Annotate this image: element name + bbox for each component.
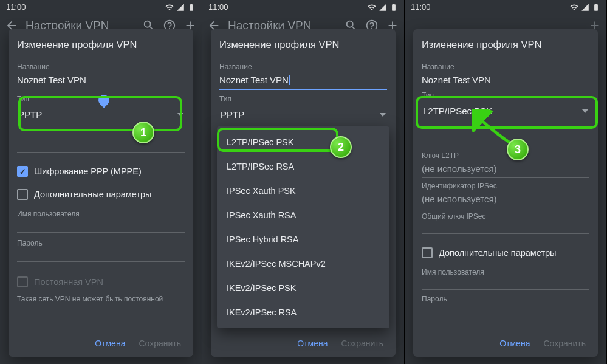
- screen-3: 11:00 Изменение профиля VPN Название Noz…: [405, 0, 607, 364]
- wifi-icon: [165, 3, 174, 12]
- dialog-actions: Отмена Сохранить: [17, 332, 185, 351]
- checkbox-icon: [17, 189, 28, 200]
- ipsec-id-label: Идентификатор IPSec: [422, 182, 589, 190]
- checkbox-checked-icon: [17, 166, 28, 177]
- name-value[interactable]: Noznet Test VPN: [17, 72, 185, 89]
- wifi-icon: [570, 3, 578, 12]
- clock: 11:00: [411, 2, 431, 12]
- status-icons: [368, 3, 398, 12]
- status-icons: [165, 3, 196, 12]
- battery-icon: [592, 3, 600, 12]
- ipsec-shared-label: Общий ключ IPSec: [422, 212, 589, 221]
- chevron-down-icon: [582, 109, 588, 113]
- cancel-button[interactable]: Отмена: [95, 338, 125, 348]
- checkbox-icon: [422, 247, 433, 258]
- cancel-button[interactable]: Отмена: [499, 338, 530, 348]
- chevron-down-icon: [380, 113, 386, 117]
- type-dropdown[interactable]: PPTP: [219, 105, 387, 125]
- screen-2: 11:00 Настройки VPN Изменение профиля VP…: [202, 0, 405, 364]
- vpn-edit-sheet: Изменение профиля VPN Название Noznet Te…: [413, 29, 598, 357]
- battery-icon: [187, 3, 196, 12]
- l2tp-key-label: Ключ L2TP: [422, 151, 589, 160]
- advanced-params-row[interactable]: Дополнительные параметры: [422, 241, 589, 264]
- dropdown-item[interactable]: IPSec Xauth PSK: [217, 179, 389, 203]
- username-label: Имя пользователя: [17, 210, 185, 218]
- status-bar: 11:00: [202, 0, 404, 13]
- name-label: Название: [17, 63, 185, 71]
- persistent-vpn-hint: Такая сеть VPN не может быть постоянной: [17, 295, 185, 303]
- type-label: Тип: [219, 95, 387, 103]
- wifi-icon: [368, 3, 376, 12]
- advanced-params-label: Дополнительные параметры: [439, 248, 557, 258]
- username-input[interactable]: [17, 219, 185, 233]
- ipsec-shared-input[interactable]: [422, 222, 589, 234]
- cancel-button[interactable]: Отмена: [297, 338, 328, 348]
- server-input[interactable]: [422, 136, 589, 146]
- advanced-params-row[interactable]: Дополнительные параметры: [17, 183, 185, 206]
- persistent-vpn-label: Постоянная VPN: [34, 277, 103, 287]
- checkbox-disabled-icon: [17, 276, 28, 287]
- status-bar: 11:00: [0, 0, 202, 13]
- dropdown-item[interactable]: IKEv2/IPSec RSA: [217, 300, 389, 325]
- persistent-vpn-row: Постоянная VPN: [17, 270, 185, 294]
- annotation-badge-2: 2: [330, 136, 352, 158]
- signal-icon: [176, 3, 185, 12]
- signal-icon: [581, 3, 589, 12]
- clock: 11:00: [208, 2, 228, 12]
- dropdown-item[interactable]: L2TP/IPSec PSK: [217, 130, 389, 154]
- status-bar: 11:00: [405, 0, 606, 13]
- chevron-down-icon: [177, 113, 183, 117]
- ppp-encryption-label: Шифрование PPP (MPPE): [34, 167, 142, 176]
- type-dropdown-menu: L2TP/IPSec PSK L2TP/IPSec RSA IPSec Xaut…: [217, 126, 389, 328]
- dialog-actions: Отмена Сохранить: [422, 332, 589, 351]
- sheet-title: Изменение профиля VPN: [219, 39, 387, 50]
- save-button[interactable]: Сохранить: [543, 338, 586, 348]
- type-value: PPTP: [221, 109, 244, 120]
- type-dropdown[interactable]: PPTP: [17, 105, 185, 125]
- dropdown-item[interactable]: L2TP/IPSec RSA: [217, 154, 389, 179]
- server-label: [17, 138, 185, 146]
- dropdown-item[interactable]: IKEv2/IPSec MSCHAPv2: [217, 252, 389, 276]
- save-button[interactable]: Сохранить: [341, 338, 383, 348]
- name-label: Название: [219, 63, 387, 71]
- dropdown-item[interactable]: IPSec Xauth RSA: [217, 203, 389, 227]
- name-value[interactable]: Noznet Test VPN: [422, 72, 589, 89]
- annotation-badge-1: 1: [132, 122, 154, 143]
- ipsec-id-value[interactable]: (не используется): [422, 191, 589, 208]
- dialog-actions: Отмена Сохранить: [219, 332, 387, 351]
- l2tp-key-value[interactable]: (не используется): [422, 161, 589, 178]
- dropdown-item[interactable]: IPSec Hybrid RSA: [217, 227, 389, 252]
- name-label: Название: [422, 63, 589, 71]
- username-input[interactable]: [422, 278, 589, 290]
- clock: 11:00: [6, 2, 26, 12]
- name-input-active[interactable]: Noznet Test VPN: [219, 72, 387, 90]
- password-input[interactable]: [17, 249, 185, 262]
- server-input[interactable]: [17, 148, 185, 153]
- password-label: Пароль: [422, 295, 589, 303]
- status-icons: [570, 3, 600, 12]
- dropdown-item[interactable]: IKEv2/IPSec PSK: [217, 276, 389, 300]
- save-button[interactable]: Сохранить: [139, 338, 181, 348]
- ppp-encryption-row[interactable]: Шифрование PPP (MPPE): [17, 160, 185, 183]
- sheet-title: Изменение профиля VPN: [422, 39, 589, 50]
- signal-icon: [379, 3, 387, 12]
- type-dropdown[interactable]: L2TP/IPSec PSK: [422, 101, 589, 121]
- text-cursor: [289, 75, 290, 85]
- vpn-edit-sheet: Изменение профиля VPN Название Noznet Te…: [9, 29, 193, 357]
- username-label: Имя пользователя: [422, 268, 589, 276]
- type-value: PPTP: [18, 109, 42, 120]
- annotation-badge-3: 3: [507, 139, 529, 160]
- advanced-params-label: Дополнительные параметры: [34, 190, 152, 199]
- type-value: L2TP/IPSec PSK: [423, 106, 492, 116]
- password-label: Пароль: [17, 239, 185, 247]
- screen-1: 11:00 Настройки VPN Изменение профиля VP…: [0, 0, 202, 364]
- type-label: Тип: [422, 91, 589, 100]
- sheet-title: Изменение профиля VPN: [17, 39, 185, 50]
- battery-icon: [389, 3, 398, 12]
